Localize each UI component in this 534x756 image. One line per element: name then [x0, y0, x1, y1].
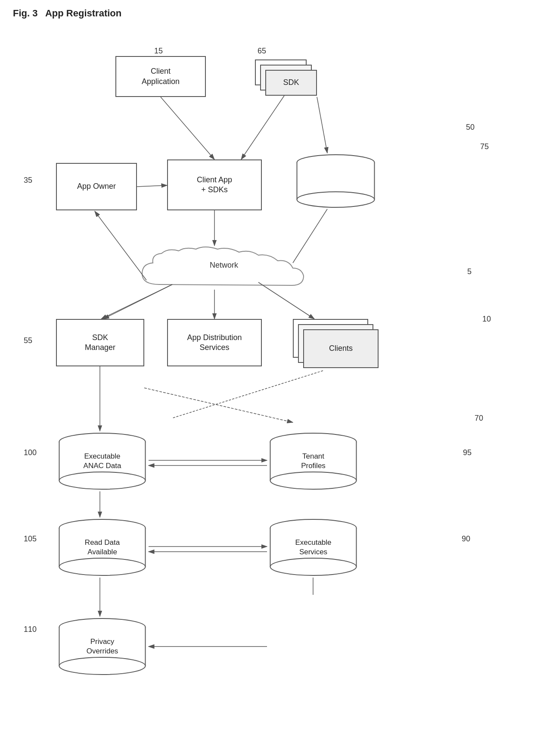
executable-anac-cylinder: Executable ANAC Data	[56, 431, 149, 491]
sdk-box-3: SDK	[265, 70, 317, 96]
svg-point-29	[59, 657, 146, 675]
network-label: Network	[210, 261, 238, 270]
num-15: 15	[154, 47, 163, 56]
num-70: 70	[475, 414, 483, 423]
read-data-cylinder: Read Data Available	[56, 517, 149, 578]
diagram-container: Fig. 3 App Registration 15 65 50 75 35 5…	[0, 0, 534, 756]
client-app-sdks-box: Client App + SDKs	[167, 159, 262, 210]
privacy-overrides-cylinder: Privacy Overrides	[56, 616, 149, 677]
num-105: 105	[24, 534, 37, 544]
svg-point-4	[297, 192, 375, 207]
app-distribution-box: App Distribution Services	[167, 319, 262, 366]
svg-point-9	[59, 472, 146, 489]
svg-point-24	[270, 558, 357, 575]
svg-line-32	[241, 96, 284, 159]
figure-title: Fig. 3 App Registration	[13, 8, 121, 19]
num-35: 35	[24, 176, 32, 185]
sdks-included-cylinder	[294, 153, 378, 209]
svg-line-31	[161, 97, 214, 159]
svg-point-14	[270, 472, 357, 489]
num-95: 95	[463, 448, 472, 457]
executable-services-cylinder: Executable Services	[267, 517, 360, 578]
svg-line-43	[144, 388, 293, 422]
num-50: 50	[466, 123, 475, 132]
num-75: 75	[480, 142, 489, 151]
num-100: 100	[24, 448, 37, 457]
svg-line-33	[317, 97, 327, 153]
sdk-manager-box: SDK Manager	[56, 319, 144, 366]
num-10: 10	[482, 315, 491, 324]
svg-line-34	[137, 185, 167, 187]
num-90: 90	[462, 534, 470, 544]
client-application-box: Client Application	[115, 56, 206, 97]
num-5: 5	[467, 267, 472, 276]
svg-point-19	[59, 558, 146, 575]
clients-box-3: Clients	[303, 329, 379, 368]
num-65: 65	[258, 47, 266, 56]
network-cloud: Network	[125, 246, 323, 293]
num-55: 55	[24, 336, 32, 345]
num-110: 110	[24, 625, 37, 634]
app-owner-box: App Owner	[56, 163, 137, 210]
tenant-profiles-cylinder: Tenant Profiles	[267, 431, 360, 491]
svg-line-52	[172, 371, 323, 418]
